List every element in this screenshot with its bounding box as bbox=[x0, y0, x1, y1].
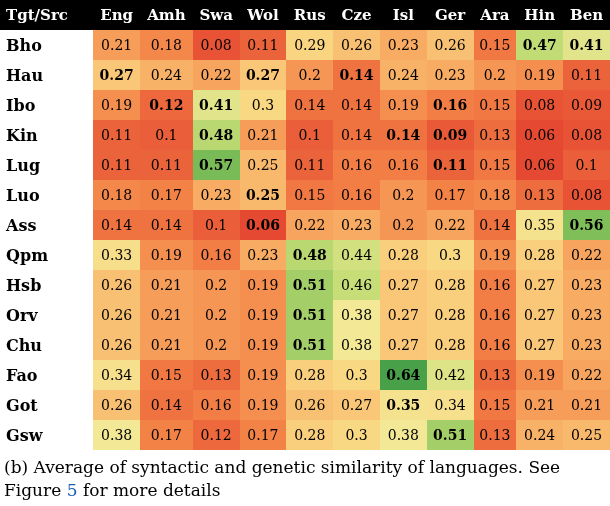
heatmap-cell: 0.2 bbox=[193, 330, 240, 360]
heatmap-cell: 0.26 bbox=[93, 300, 140, 330]
heatmap-cell: 0.27 bbox=[516, 300, 563, 330]
heatmap-cell: 0.23 bbox=[240, 240, 287, 270]
heatmap-cell: 0.24 bbox=[516, 420, 563, 450]
heatmap-cell: 0.16 bbox=[380, 150, 427, 180]
table-row: Hsb0.260.210.20.190.510.460.270.280.160.… bbox=[0, 270, 610, 300]
heatmap-cell: 0.25 bbox=[240, 150, 287, 180]
heatmap-cell: 0.17 bbox=[140, 420, 193, 450]
heatmap-cell: 0.22 bbox=[286, 210, 333, 240]
heatmap-cell: 0.27 bbox=[380, 300, 427, 330]
heatmap-cell: 0.26 bbox=[427, 30, 474, 60]
heatmap-cell: 0.21 bbox=[93, 30, 140, 60]
heatmap-cell: 0.38 bbox=[333, 300, 380, 330]
heatmap-cell: 0.22 bbox=[193, 60, 240, 90]
heatmap-cell: 0.23 bbox=[427, 60, 474, 90]
heatmap-cell: 0.16 bbox=[474, 300, 517, 330]
col-header: Isl bbox=[380, 0, 427, 30]
heatmap-cell: 0.13 bbox=[474, 420, 517, 450]
table-row: Got0.260.140.160.190.260.270.350.340.150… bbox=[0, 390, 610, 420]
heatmap-cell: 0.19 bbox=[474, 240, 517, 270]
heatmap-cell: 0.2 bbox=[286, 60, 333, 90]
heatmap-cell: 0.57 bbox=[193, 150, 240, 180]
heatmap-cell: 0.18 bbox=[140, 30, 193, 60]
figure-ref-link[interactable]: 5 bbox=[67, 480, 78, 500]
heatmap-cell: 0.16 bbox=[474, 330, 517, 360]
table-row: Qpm0.330.190.160.230.480.440.280.30.190.… bbox=[0, 240, 610, 270]
heatmap-cell: 0.11 bbox=[240, 30, 287, 60]
heatmap-cell: 0.25 bbox=[240, 180, 287, 210]
heatmap-cell: 0.27 bbox=[516, 330, 563, 360]
heatmap-cell: 0.41 bbox=[193, 90, 240, 120]
heatmap-cell: 0.21 bbox=[563, 390, 610, 420]
heatmap-cell: 0.38 bbox=[333, 330, 380, 360]
col-header: Swa bbox=[193, 0, 240, 30]
heatmap-cell: 0.14 bbox=[333, 120, 380, 150]
figure-caption: (b) Average of syntactic and genetic sim… bbox=[0, 450, 610, 502]
heatmap-cell: 0.1 bbox=[140, 120, 193, 150]
heatmap-cell: 0.19 bbox=[240, 270, 287, 300]
table-row: Bho0.210.180.080.110.290.260.230.260.150… bbox=[0, 30, 610, 60]
heatmap-cell: 0.19 bbox=[240, 330, 287, 360]
heatmap-cell: 0.18 bbox=[93, 180, 140, 210]
heatmap-cell: 0.26 bbox=[93, 390, 140, 420]
heatmap-cell: 0.23 bbox=[563, 270, 610, 300]
heatmap-cell: 0.21 bbox=[140, 300, 193, 330]
heatmap-cell: 0.09 bbox=[427, 120, 474, 150]
col-header: Rus bbox=[286, 0, 333, 30]
heatmap-cell: 0.06 bbox=[516, 120, 563, 150]
row-header: Fao bbox=[0, 360, 93, 390]
heatmap-cell: 0.21 bbox=[516, 390, 563, 420]
heatmap-cell: 0.27 bbox=[93, 60, 140, 90]
heatmap-cell: 0.51 bbox=[427, 420, 474, 450]
col-header: Eng bbox=[93, 0, 140, 30]
heatmap-cell: 0.19 bbox=[516, 360, 563, 390]
heatmap-cell: 0.2 bbox=[380, 180, 427, 210]
heatmap-cell: 0.15 bbox=[474, 150, 517, 180]
heatmap-cell: 0.26 bbox=[286, 390, 333, 420]
heatmap-cell: 0.26 bbox=[333, 30, 380, 60]
heatmap-cell: 0.19 bbox=[140, 240, 193, 270]
row-header: Bho bbox=[0, 30, 93, 60]
row-header: Ibo bbox=[0, 90, 93, 120]
table-row: Ass0.140.140.10.060.220.230.20.220.140.3… bbox=[0, 210, 610, 240]
heatmap-cell: 0.56 bbox=[563, 210, 610, 240]
row-header: Gsw bbox=[0, 420, 93, 450]
heatmap-cell: 0.14 bbox=[140, 210, 193, 240]
heatmap-cell: 0.35 bbox=[380, 390, 427, 420]
heatmap-cell: 0.16 bbox=[193, 240, 240, 270]
heatmap-cell: 0.13 bbox=[474, 360, 517, 390]
heatmap-cell: 0.22 bbox=[563, 240, 610, 270]
heatmap-cell: 0.16 bbox=[474, 270, 517, 300]
row-header: Hsb bbox=[0, 270, 93, 300]
heatmap-cell: 0.19 bbox=[93, 90, 140, 120]
heatmap-cell: 0.27 bbox=[333, 390, 380, 420]
col-header: Amh bbox=[140, 0, 193, 30]
heatmap-cell: 0.48 bbox=[286, 240, 333, 270]
heatmap-cell: 0.08 bbox=[563, 120, 610, 150]
heatmap-cell: 0.23 bbox=[333, 210, 380, 240]
heatmap-cell: 0.1 bbox=[286, 120, 333, 150]
heatmap-cell: 0.14 bbox=[286, 90, 333, 120]
heatmap-cell: 0.23 bbox=[380, 30, 427, 60]
header-row: Tgt/Src EngAmhSwaWolRusCzeIslGerAraHinBe… bbox=[0, 0, 610, 30]
heatmap-cell: 0.19 bbox=[240, 300, 287, 330]
heatmap-cell: 0.28 bbox=[286, 420, 333, 450]
heatmap-cell: 0.08 bbox=[563, 180, 610, 210]
heatmap-cell: 0.2 bbox=[474, 60, 517, 90]
heatmap-cell: 0.16 bbox=[427, 90, 474, 120]
heatmap-cell: 0.13 bbox=[193, 360, 240, 390]
heatmap-cell: 0.17 bbox=[427, 180, 474, 210]
table-row: Orv0.260.210.20.190.510.380.270.280.160.… bbox=[0, 300, 610, 330]
heatmap-cell: 0.13 bbox=[516, 180, 563, 210]
row-header: Ass bbox=[0, 210, 93, 240]
heatmap-cell: 0.24 bbox=[140, 60, 193, 90]
heatmap-cell: 0.15 bbox=[474, 90, 517, 120]
heatmap-cell: 0.13 bbox=[474, 120, 517, 150]
heatmap-cell: 0.14 bbox=[93, 210, 140, 240]
row-header: Kin bbox=[0, 120, 93, 150]
heatmap-cell: 0.06 bbox=[240, 210, 287, 240]
row-header: Lug bbox=[0, 150, 93, 180]
table-row: Lug0.110.110.570.250.110.160.160.110.150… bbox=[0, 150, 610, 180]
heatmap-cell: 0.28 bbox=[286, 360, 333, 390]
heatmap-cell: 0.22 bbox=[563, 360, 610, 390]
